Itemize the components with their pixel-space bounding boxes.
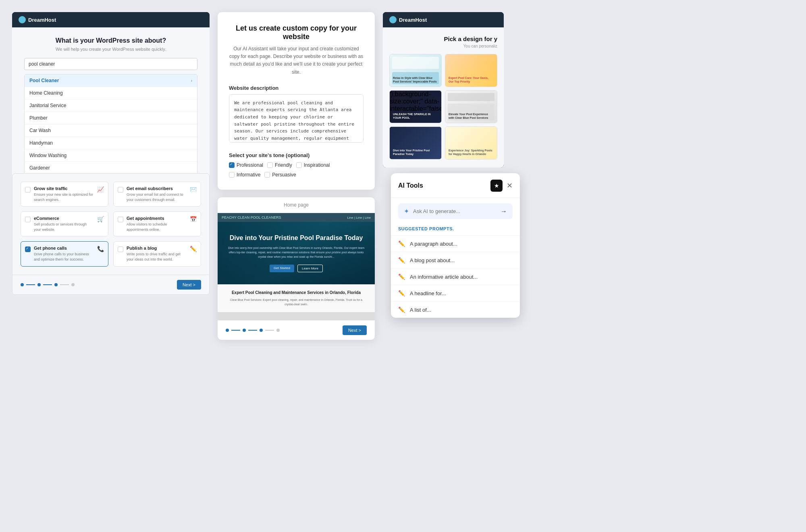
pb-line-2 — [43, 284, 52, 285]
prompt-text-5: A list of... — [410, 307, 431, 313]
website-description-label: Website description — [229, 85, 364, 91]
tone-persuasive[interactable]: Persuasive — [264, 172, 296, 178]
prompt-paragraph[interactable]: ✏️ A paragraph about... — [391, 235, 520, 252]
goal-checkbox-grow-traffic[interactable] — [25, 187, 31, 193]
design-card-6[interactable]: Experience Joy: Sparkling Pools for Happ… — [445, 126, 497, 159]
dropdown-item-home-cleaning[interactable]: Home Cleaning — [25, 87, 197, 99]
pencil-icon-1: ✏️ — [398, 240, 405, 247]
goals-grid: Grow site traffic Ensure your new site i… — [12, 174, 209, 275]
prompt-text-4: A headline for... — [410, 290, 446, 296]
panel-ai-copy: Let us create custom copy for your websi… — [218, 12, 375, 190]
dropdown-item-handyman[interactable]: Handyman — [25, 137, 197, 149]
goal-phone-calls[interactable]: Get phone calls Drive phone calls to you… — [21, 241, 108, 266]
ai-tools-star-button[interactable]: ★ — [490, 180, 503, 192]
prompt-blog-post[interactable]: ✏️ A blog post about... — [391, 252, 520, 268]
panel2-next-button[interactable]: Next > — [177, 280, 201, 290]
ai-search-input[interactable] — [413, 208, 496, 214]
pb-dot-4-4 — [276, 329, 280, 332]
ai-tools-close-button[interactable]: ✕ — [507, 182, 513, 189]
tone-cb-persuasive[interactable] — [264, 172, 270, 178]
preview-learn-more-btn[interactable]: Learn More — [297, 265, 323, 272]
pb-line-1 — [26, 284, 35, 285]
goal-email-subscribers[interactable]: Get email subscribers Grow your email li… — [113, 182, 201, 207]
phone-icon: 📞 — [97, 246, 104, 252]
prompt-headline[interactable]: ✏️ A headline for... — [391, 285, 520, 301]
panel-homepage-preview: Home page PEACHY CLEAN POOL CLEANERS Lin… — [218, 197, 375, 340]
panel-right-header: DreamHost — [383, 12, 504, 27]
goal-checkbox-blog[interactable] — [118, 246, 123, 252]
goal-checkbox-appointments[interactable] — [118, 217, 123, 222]
design-card-1[interactable]: Relax in Style with Clear Blue Pool Serv… — [389, 54, 442, 87]
pick-design-content: Pick a design for y You can personaliz R… — [383, 27, 504, 168]
goal-checkbox-ecommerce[interactable] — [25, 217, 31, 222]
panel-goals: Grow site traffic Ensure your new site i… — [12, 173, 210, 295]
design-grid: Relax in Style with Clear Blue Pool Serv… — [389, 54, 497, 159]
preview-hero-section: Dive into Your Pristine Pool Paradise To… — [218, 222, 375, 284]
preview-section-title: Expert Pool Cleaning and Maintenance Ser… — [226, 290, 367, 296]
dropdown-item-janitorial[interactable]: Janitorial Service — [25, 99, 197, 112]
design-card-4[interactable]: Elevate Your Pool Experience with Clear … — [445, 90, 497, 123]
ai-search-submit-button[interactable]: → — [501, 208, 507, 215]
design-card-5[interactable]: Dive into Your Pristine Pool Paradise To… — [389, 126, 442, 159]
ai-copy-title: Let us create custom copy for your websi… — [229, 24, 364, 41]
design-card-4-text: Elevate Your Pool Experience with Clear … — [449, 112, 494, 120]
design-card-3-text: UNLEASH THE SPARKLE IN YOUR POOL — [393, 112, 438, 120]
pencil-icon-5: ✏️ — [398, 306, 405, 313]
goal-checkbox-email[interactable] — [118, 187, 123, 193]
pb-dot-4-3 — [260, 329, 263, 332]
design-card-6-text: Experience Joy: Sparkling Pools for Happ… — [449, 149, 494, 156]
tone-cb-informative[interactable] — [229, 172, 235, 178]
goal-ecommerce[interactable]: eCommerce Sell products or services thro… — [21, 211, 108, 236]
goal-publish-blog[interactable]: Publish a blog Write posts to drive traf… — [113, 241, 201, 266]
suggested-prompts-label: SUGGESTED PROMPTS. — [391, 225, 520, 235]
website-description-textarea[interactable]: We are professional pool cleaning and ma… — [229, 94, 364, 143]
goal-checkbox-phone[interactable] — [25, 246, 31, 252]
grow-traffic-icon: 📈 — [97, 186, 104, 193]
preview-logo: PEACHY CLEAN POOL CLEANERS — [222, 215, 281, 219]
preview-hero-title: Dive into Your Pristine Pool Paradise To… — [226, 234, 367, 242]
tone-cb-professional[interactable] — [229, 162, 235, 168]
tone-friendly[interactable]: Friendly — [267, 162, 292, 168]
dropdown-item-gardener[interactable]: Gardener — [25, 162, 197, 174]
dropdown-item-car-wash[interactable]: Car Wash — [25, 124, 197, 137]
panel-header: DreamHost — [12, 12, 210, 27]
preview-get-started-btn[interactable]: Get Started — [270, 265, 294, 272]
progress-bar-4 — [226, 329, 280, 332]
preview-buttons: Get Started Learn More — [226, 265, 367, 272]
panel-title: What is your WordPress site about? — [24, 37, 197, 44]
design-card-3[interactable]: ');background-size:cover;" data-interact… — [389, 90, 442, 123]
panel4-next-button[interactable]: Next > — [343, 325, 367, 335]
prompt-text-2: A blog post about... — [410, 257, 455, 263]
dropdown-item-window-washing[interactable]: Window Washing — [25, 149, 197, 162]
ai-tools-title: AI Tools — [398, 182, 423, 189]
ai-tools-panel: AI Tools ★ ✕ ✦ → SUGGESTED PROMPTS. ✏️ A… — [391, 173, 520, 318]
ai-search-box: ✦ → — [398, 203, 513, 219]
dropdown-item-pool-cleaner[interactable]: Pool Cleaner › — [25, 75, 197, 87]
pencil-icon-2: ✏️ — [398, 257, 405, 263]
site-type-search-input[interactable] — [24, 58, 197, 70]
tone-inspirational[interactable]: Inspirational — [296, 162, 330, 168]
tone-professional[interactable]: Professional — [229, 162, 263, 168]
panel2-footer: Next > — [12, 275, 209, 294]
preview-content-section: Expert Pool Cleaning and Maintenance Ser… — [218, 284, 375, 312]
dropdown-item-plumber[interactable]: Plumber — [25, 112, 197, 124]
tone-cb-inspirational[interactable] — [296, 162, 302, 168]
dropdown-arrow-icon: › — [191, 79, 192, 83]
homepage-preview-area: PEACHY CLEAN POOL CLEANERS Line | Line |… — [218, 213, 375, 320]
prompt-text-1: A paragraph about... — [410, 241, 457, 247]
prompt-informative-article[interactable]: ✏️ An informative article about... — [391, 268, 520, 285]
tone-cb-friendly[interactable] — [267, 162, 273, 168]
appointments-icon: 📅 — [190, 216, 197, 222]
goal-grow-traffic[interactable]: Grow site traffic Ensure your new site i… — [21, 182, 108, 207]
pencil-icon-3: ✏️ — [398, 273, 405, 280]
prompt-list[interactable]: ✏️ A list of... — [391, 301, 520, 318]
goal-appointments[interactable]: Get appointments Allow visitors to sched… — [113, 211, 201, 236]
pick-design-subtitle: You can personaliz — [389, 44, 497, 48]
tone-informative[interactable]: Informative — [229, 172, 260, 178]
pb-line-3 — [60, 284, 69, 285]
search-wrap — [24, 58, 197, 70]
blog-icon: ✏️ — [190, 246, 197, 252]
design-card-2[interactable]: Expert Pool Care: Your Oasis, Our Top Pr… — [445, 54, 497, 87]
pb-dot-4-2 — [243, 329, 246, 332]
preview-hero-subtitle: Dive into worry-free pool ownership with… — [226, 246, 367, 259]
